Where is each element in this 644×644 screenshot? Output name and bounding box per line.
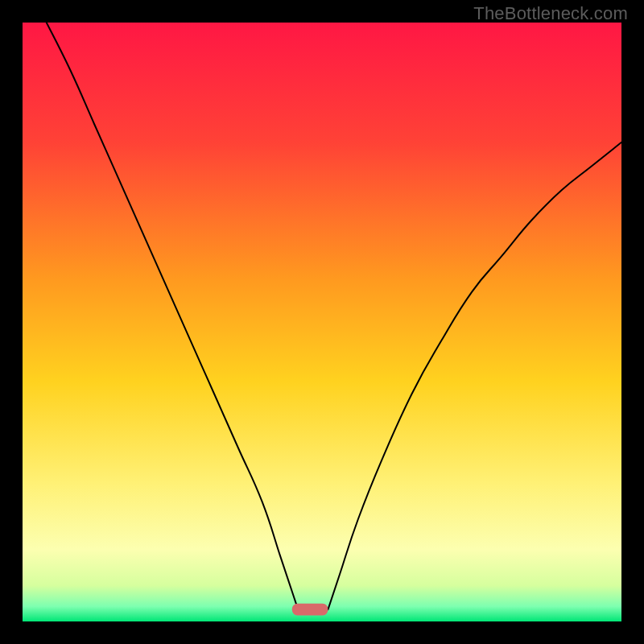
chart-frame: TheBottleneck.com [0,0,644,644]
min-marker [292,604,328,616]
curves-layer [23,23,621,621]
plot-area [23,23,621,621]
left-curve [47,23,298,609]
watermark-text: TheBottleneck.com [473,3,628,24]
right-curve [328,142,621,609]
